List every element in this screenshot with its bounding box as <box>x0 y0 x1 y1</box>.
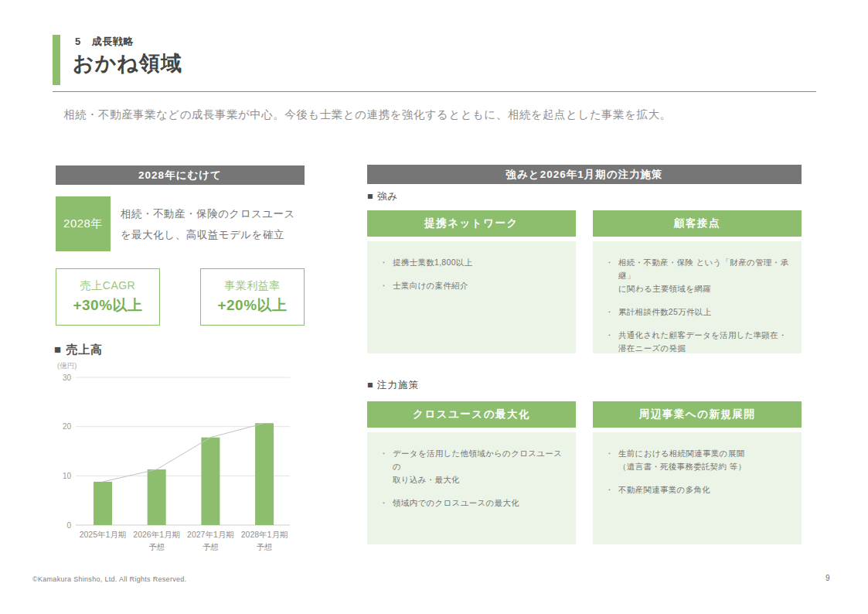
group-label-strengths: ■ 強み <box>367 190 398 203</box>
svg-text:2026年1月期: 2026年1月期 <box>133 530 180 539</box>
kpi-profit-margin: 事業利益率 +20%以上 <box>200 268 305 326</box>
bullet-list: 相続・不動産・保険 という「財産の管理・承継」 に関わる主要領域を網羅 累計相談… <box>604 256 792 355</box>
card-header-cross-use: クロスユースの最大化 <box>367 401 576 428</box>
svg-text:2028年1月期: 2028年1月期 <box>241 530 288 539</box>
bullet-item: 相続・不動産・保険 という「財産の管理・承継」 に関わる主要領域を網羅 <box>604 256 792 295</box>
bullet-list: 生前における相続関連事業の展開 （遺言書・死後事務委託契約 等） 不動産関連事業… <box>604 447 792 496</box>
bullet-item: 生前における相続関連事業の展開 （遺言書・死後事務委託契約 等） <box>604 447 792 473</box>
title-accent-bar <box>53 35 60 85</box>
bullet-list: 提携士業数1,800以上 士業向けの案件紹介 <box>378 256 567 292</box>
bullet-item: 提携士業数1,800以上 <box>378 256 567 269</box>
svg-text:予想: 予想 <box>203 542 219 551</box>
header-divider <box>53 91 816 92</box>
group-label-focus-measures: ■ 注力施策 <box>367 379 419 392</box>
kpi-label: 事業利益率 <box>224 279 281 293</box>
chart-title: ■ 売上高 <box>54 343 103 357</box>
kpi-sales-cagr: 売上CAGR +30%以上 <box>56 268 160 326</box>
svg-text:2027年1月期: 2027年1月期 <box>187 530 234 539</box>
section-number-label: 5成長戦略 <box>75 35 134 49</box>
slide: 5成長戦略 おかね領域 相続・不動産事業などの成長事業が中心。今後も士業との連携… <box>0 0 868 614</box>
card-header-partner-network: 提携ネットワーク <box>367 210 576 237</box>
svg-text:予想: 予想 <box>257 542 273 551</box>
bullet-item: 不動産関連事業の多角化 <box>604 483 792 496</box>
svg-text:10: 10 <box>63 472 72 480</box>
bullet-list: データを活用した他領域からのクロスユースの 取り込み・最大化 領域内でのクロスユ… <box>378 447 567 510</box>
bar-chart-svg: 01020302025年1月期2026年1月期予想2027年1月期予想2028年… <box>54 370 301 559</box>
bullet-item: 士業向けの案件紹介 <box>378 279 567 292</box>
card-header-customer-touchpoints: 顧客接点 <box>593 210 802 237</box>
kpi-value: +20%以上 <box>217 295 287 316</box>
sales-bar-chart: 01020302025年1月期2026年1月期予想2027年1月期予想2028年… <box>54 370 301 559</box>
card-panel-customer-touchpoints: 相続・不動産・保険 という「財産の管理・承継」 に関わる主要領域を網羅 累計相談… <box>593 241 802 353</box>
year-badge: 2028年 <box>56 196 111 251</box>
svg-text:予想: 予想 <box>148 542 165 551</box>
bullet-item: データを活用した他領域からのクロスユースの 取り込み・最大化 <box>378 447 567 486</box>
card-header-new-business: 周辺事業への新規展開 <box>593 401 802 428</box>
bullet-item: 領域内でのクロスユースの最大化 <box>378 496 567 510</box>
section-label: 成長戦略 <box>92 36 134 47</box>
kpi-label: 売上CAGR <box>80 279 135 293</box>
card-panel-new-business: 生前における相続関連事業の展開 （遺言書・死後事務委託契約 等） 不動産関連事業… <box>593 432 802 544</box>
vision-statement: 相続・不動産・保険のクロスユース を最大化し、高収益モデルを確立 <box>121 203 314 245</box>
left-section-header: 2028年にむけて <box>56 165 305 185</box>
card-panel-partner-network: 提携士業数1,800以上 士業向けの案件紹介 <box>367 241 576 353</box>
page-number: 9 <box>825 574 830 582</box>
svg-text:30: 30 <box>63 374 72 382</box>
svg-text:0: 0 <box>66 521 71 530</box>
card-panel-cross-use: データを活用した他領域からのクロスユースの 取り込み・最大化 領域内でのクロスユ… <box>367 432 576 544</box>
page-title: おかね領域 <box>73 49 182 77</box>
copyright-text: ©Kamakura Shinsho, Ltd. All Rights Reser… <box>32 575 186 583</box>
svg-text:20: 20 <box>63 422 72 431</box>
section-number: 5 <box>75 36 81 47</box>
right-section-header: 強みと2026年1月期の注力施策 <box>367 165 802 184</box>
kpi-value: +30%以上 <box>73 295 142 316</box>
bullet-item: 共通化された顧客データを活用した準顕在・ 潜在ニーズの発掘 <box>604 329 792 355</box>
svg-text:2025年1月期: 2025年1月期 <box>80 530 127 539</box>
lead-text: 相続・不動産事業などの成長事業が中心。今後も士業との連携を強化するとともに、相続… <box>63 107 821 122</box>
bullet-item: 累計相談件数25万件以上 <box>604 305 792 319</box>
